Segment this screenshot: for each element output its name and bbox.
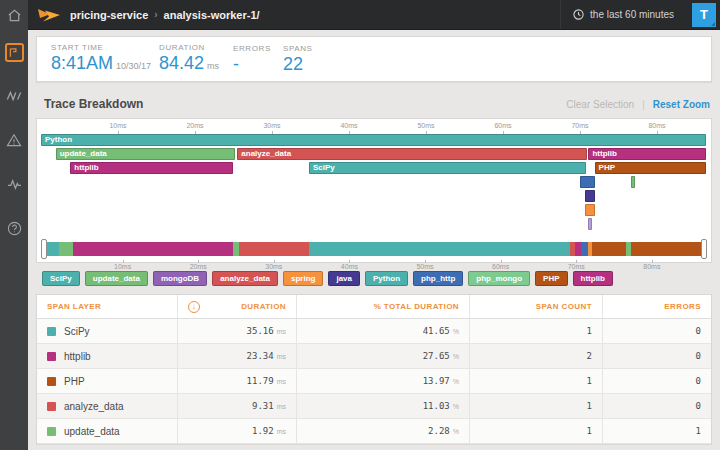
gantt-row: Python bbox=[41, 134, 707, 146]
stat-label: START TIME bbox=[51, 43, 159, 52]
legend-chip-PHP[interactable]: PHP bbox=[535, 271, 567, 286]
stat-start-time: START TIME8:41AM10/30/17 bbox=[51, 43, 159, 76]
table-row-update_data[interactable]: update_data1.92ms2.28%11 bbox=[37, 419, 711, 444]
minimap-right-handle[interactable] bbox=[701, 239, 707, 259]
column-header-label: DURATION bbox=[241, 302, 286, 311]
sidebar-item-alerts[interactable] bbox=[0, 118, 28, 162]
layer-name: httplib bbox=[64, 351, 91, 362]
sort-desc-icon[interactable]: ↓ bbox=[188, 301, 200, 313]
gantt-span-httplib[interactable]: httplib bbox=[70, 162, 233, 174]
layer-name: analyze_data bbox=[64, 401, 124, 412]
axis-tick-mark bbox=[501, 260, 502, 263]
minimap-segment-analyze_data[interactable] bbox=[239, 242, 309, 256]
table-row-httplib[interactable]: httplib23.34ms27.65%20 bbox=[37, 344, 711, 369]
column-header-label: SPAN COUNT bbox=[536, 302, 592, 311]
cell-span-layer: PHP bbox=[37, 369, 177, 393]
minimap-segment-PHP[interactable] bbox=[631, 242, 701, 256]
minimap-segment-PHP[interactable] bbox=[592, 242, 626, 256]
cell-span-layer: httplib bbox=[37, 344, 177, 368]
layer-name: PHP bbox=[64, 376, 85, 387]
legend-chip-java[interactable]: java bbox=[328, 271, 360, 286]
table-row-SciPy[interactable]: SciPy35.16ms41.65%10 bbox=[37, 319, 711, 344]
axis-tick-mark bbox=[274, 260, 275, 263]
legend-chip-httplib[interactable]: httplib bbox=[573, 271, 613, 286]
cell-errors: 0 bbox=[602, 344, 711, 368]
gantt-row bbox=[41, 204, 707, 216]
stat-value: 84.42ms bbox=[159, 54, 233, 76]
table-row-analyze_data[interactable]: analyze_data9.31ms11.03%10 bbox=[37, 394, 711, 419]
gantt-row: update_dataanalyze_datahttplib bbox=[41, 148, 707, 160]
minimap-segment-Python[interactable] bbox=[47, 242, 59, 256]
gantt-span-PHP[interactable]: PHP bbox=[595, 162, 707, 174]
gantt-row bbox=[41, 218, 707, 230]
column-header-duration[interactable]: ↓DURATION bbox=[177, 295, 296, 318]
gantt-span-mongoDB[interactable] bbox=[588, 218, 592, 230]
gantt-span-java[interactable] bbox=[585, 190, 595, 202]
warning-triangle-icon bbox=[6, 133, 22, 147]
topbar: pricing-service › analysis-worker-1/ the… bbox=[0, 0, 720, 30]
legend-chip-update_data[interactable]: update_data bbox=[85, 271, 148, 286]
gantt-span-update_data[interactable] bbox=[631, 176, 636, 188]
cell-pct-total-duration: 11.03% bbox=[296, 394, 469, 418]
gantt-span-SciPy[interactable]: SciPy bbox=[309, 162, 586, 174]
minimap-segment-php_http[interactable] bbox=[581, 242, 588, 256]
cell-duration: 9.31ms bbox=[177, 394, 296, 418]
minimap-segment-httplib[interactable] bbox=[73, 242, 233, 256]
pulse-icon bbox=[7, 178, 22, 191]
sidebar-item-home[interactable] bbox=[0, 0, 28, 30]
main-content: START TIME8:41AM10/30/17DURATION84.42msE… bbox=[28, 30, 720, 450]
reset-zoom-button[interactable]: Reset Zoom bbox=[653, 99, 710, 110]
sidebar-item-live-metrics[interactable] bbox=[0, 162, 28, 206]
breadcrumb-transaction[interactable]: analysis-worker-1/ bbox=[164, 9, 260, 21]
axis-tick-label: 80ms bbox=[643, 263, 660, 270]
time-range-picker[interactable]: the last 60 minutes bbox=[560, 0, 686, 29]
cell-span-layer: SciPy bbox=[37, 319, 177, 343]
user-avatar[interactable]: T bbox=[692, 3, 716, 27]
legend-chip-spring[interactable]: spring bbox=[283, 271, 323, 286]
minimap-segment-update_data[interactable] bbox=[59, 242, 73, 256]
sidebar bbox=[0, 0, 28, 450]
gantt-span-Python[interactable]: Python bbox=[41, 134, 706, 146]
gantt-span-analyze_data[interactable]: analyze_data bbox=[237, 148, 587, 160]
gantt-row bbox=[41, 176, 707, 188]
legend-chip-php_mongo[interactable]: php_mongo bbox=[468, 271, 530, 286]
gantt-span-spring[interactable] bbox=[585, 204, 595, 216]
stat-errors: ERRORS- bbox=[233, 44, 283, 74]
cell-duration: 11.79ms bbox=[177, 369, 296, 393]
cell-span-count: 1 bbox=[469, 419, 602, 443]
axis-tick-label: 10ms bbox=[114, 263, 131, 270]
legend-chip-SciPy[interactable]: SciPy bbox=[42, 271, 80, 286]
legend-chip-mongoDB[interactable]: mongoDB bbox=[153, 271, 207, 286]
stat-value: 8:41AM10/30/17 bbox=[51, 54, 159, 76]
gantt-span-httplib[interactable]: httplib bbox=[588, 148, 706, 160]
legend-chip-analyze_data[interactable]: analyze_data bbox=[212, 271, 278, 286]
table-row-PHP[interactable]: PHP11.79ms13.97%10 bbox=[37, 369, 711, 394]
gantt-span-php_http[interactable] bbox=[580, 176, 595, 188]
axis-tick-mark bbox=[425, 260, 426, 263]
breadcrumb-separator-icon: › bbox=[154, 9, 157, 20]
axis-tick-label: 50ms bbox=[417, 122, 434, 129]
cell-span-layer: update_data bbox=[37, 419, 177, 443]
gantt-chart: Pythonupdate_dataanalyze_datahttplibhttp… bbox=[41, 134, 707, 230]
gantt-span-update_data[interactable]: update_data bbox=[56, 148, 235, 160]
breakdown-title: Trace Breakdown bbox=[44, 97, 143, 111]
column-header-label: SPAN LAYER bbox=[47, 302, 101, 311]
cell-duration: 35.16ms bbox=[177, 319, 296, 343]
legend-chip-Python[interactable]: Python bbox=[365, 271, 408, 286]
traces-active-icon bbox=[5, 43, 24, 62]
minimap-left-handle[interactable] bbox=[41, 239, 47, 259]
sidebar-item-traces[interactable] bbox=[0, 30, 28, 74]
minimap-segment-SciPy[interactable] bbox=[309, 242, 571, 256]
clock-icon bbox=[573, 9, 584, 20]
sidebar-item-help[interactable] bbox=[0, 206, 28, 250]
cell-errors: 0 bbox=[602, 369, 711, 393]
breadcrumb-service[interactable]: pricing-service bbox=[70, 9, 148, 21]
sidebar-item-transactions[interactable] bbox=[0, 74, 28, 118]
column-header-errors: ERRORS bbox=[602, 295, 711, 318]
stat-value: 22 bbox=[283, 55, 333, 74]
clear-selection-button[interactable]: Clear Selection bbox=[566, 99, 634, 110]
layer-name: update_data bbox=[64, 426, 120, 437]
cell-pct-total-duration: 13.97% bbox=[296, 369, 469, 393]
legend-chip-php_http[interactable]: php_http bbox=[413, 271, 463, 286]
layer-color-swatch bbox=[47, 402, 56, 411]
